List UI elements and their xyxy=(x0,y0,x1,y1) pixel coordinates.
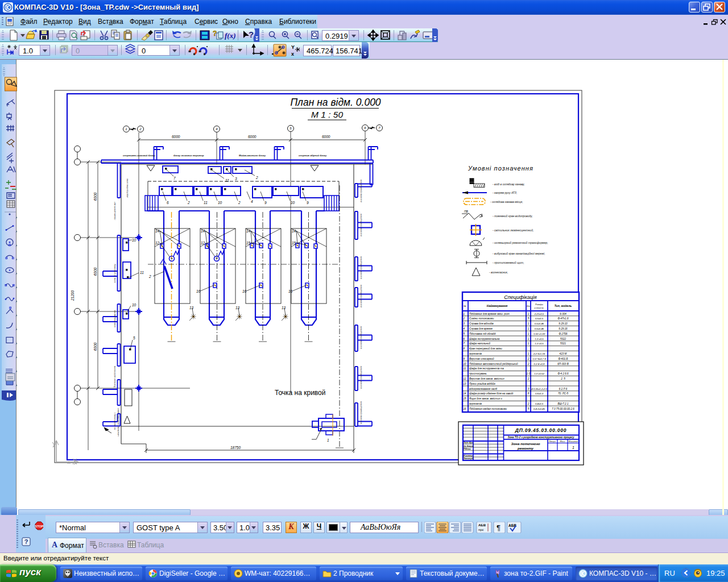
svg-text:Н.контр.: Н.контр. xyxy=(464,455,473,457)
svg-text:5: 5 xyxy=(464,332,465,335)
svg-text:6000: 6000 xyxy=(93,342,97,351)
svg-text:12: 12 xyxy=(201,241,205,245)
svg-text:Ф-4.2.6.6: Ф-4.2.6.6 xyxy=(557,372,569,375)
svg-text:Ящик для занов. вмістил з: Ящик для занов. вмістил з xyxy=(469,397,503,400)
svg-text:спортивно-зимовий блоку: спортивно-зимовий блоку xyxy=(123,154,155,157)
svg-text:- вхід в оглядову канаву,: - вхід в оглядову канаву, xyxy=(493,182,525,186)
svg-text:зона очікування: зона очікування xyxy=(113,310,116,328)
svg-text:7: 7 xyxy=(173,176,176,180)
svg-text:2: 2 xyxy=(527,357,530,360)
svg-text:Шафа напольний: Шафа напольний xyxy=(469,342,491,345)
svg-text:4: 4 xyxy=(251,199,253,203)
svg-text:¶: ¶ xyxy=(497,523,500,532)
svg-text:пристосувань: пристосувань xyxy=(469,372,487,375)
svg-text:5: 5 xyxy=(133,336,135,340)
svg-text:11: 11 xyxy=(225,178,229,182)
svg-text:Умовні позначення: Умовні позначення xyxy=(468,165,533,172)
svg-text:висота приміщення: висота приміщення xyxy=(359,214,362,236)
svg-text:Специфікація: Специфікація xyxy=(504,294,537,300)
svg-text:Підйомник для вряння зміш. ро: Підйомник для вряння зміш. розч xyxy=(469,312,510,315)
svg-text:Підставка під обладд: Підставка під обладд xyxy=(469,332,496,335)
svg-text:6 2.Л 6: 6 2.Л 6 xyxy=(559,388,568,390)
svg-text:12: 12 xyxy=(155,241,160,245)
svg-text:План на відм. 0.000: План на відм. 0.000 xyxy=(290,97,380,108)
svg-text:8: 8 xyxy=(464,347,465,350)
svg-text:21200: 21200 xyxy=(71,290,75,301)
svg-text:9.29.10: 9.29.10 xyxy=(559,322,568,325)
svg-text:2: 2 xyxy=(238,201,241,205)
svg-text:?: ? xyxy=(249,30,254,39)
svg-text:М 1 : 50: М 1 : 50 xyxy=(311,110,343,119)
svg-text:2: 2 xyxy=(527,377,530,380)
svg-text:приміщення зал: приміщення зал xyxy=(113,202,116,220)
svg-text:Точка на кривой: Точка на кривой xyxy=(275,389,325,397)
svg-text:15: 15 xyxy=(292,241,296,245)
svg-text:1: 1 xyxy=(125,127,127,131)
svg-text:- оглядова канава-місце,: - оглядова канава-місце, xyxy=(490,200,523,203)
svg-text:STOP: STOP xyxy=(35,525,43,528)
svg-text:Ф-47х1,6: Ф-47х1,6 xyxy=(558,317,569,320)
svg-text:3: 3 xyxy=(235,177,237,181)
svg-text:ремонту: ремонту xyxy=(517,446,534,450)
svg-text:10: 10 xyxy=(464,363,467,365)
svg-text:13: 13 xyxy=(282,306,286,310)
svg-text:Кіл: Кіл xyxy=(527,305,530,307)
svg-text:- напрям руху АТЗ,: - напрям руху АТЗ, xyxy=(493,191,517,194)
svg-text:14: 14 xyxy=(246,229,251,233)
svg-text:ДП.09.45.03.00.000: ДП.09.45.03.00.000 xyxy=(515,427,566,433)
svg-text:гардеробна зона: гардеробна зона xyxy=(126,178,129,198)
svg-text:2,2 9х1,16: 2,2 9х1,16 xyxy=(533,352,545,355)
svg-text:7: 7 xyxy=(464,342,465,345)
svg-text:Ф-401.Б: Ф-401.Б xyxy=(558,357,568,360)
svg-text:6П-303 В: 6П-303 В xyxy=(557,363,568,365)
svg-text:4 0,05х1,2-2 0: 4 0,05х1,2-2 0 xyxy=(531,388,547,390)
svg-text:Розміри: Розміри xyxy=(535,304,544,306)
svg-text:6000: 6000 xyxy=(172,135,180,139)
svg-text:8: 8 xyxy=(528,392,530,395)
svg-text:зона до ремонту: зона до ремонту xyxy=(113,263,116,283)
svg-text:№: № xyxy=(464,305,466,307)
svg-text:відокремлювання засіб: відокремлювання засіб xyxy=(469,388,498,390)
svg-text:Справа для відходів: Справа для відходів xyxy=(469,322,494,325)
svg-text:4: 4 xyxy=(464,327,465,330)
svg-text:Підпис: Підпис xyxy=(464,448,471,450)
svg-text:Шафа-розмір обмінне біля на за: Шафа-розмір обмінне біля на заводі xyxy=(469,392,514,395)
svg-text:1: 1 xyxy=(464,313,465,315)
svg-text:16: 16 xyxy=(242,289,247,293)
svg-text:0,4 2х0,45: 0,4 2х0,45 xyxy=(533,408,545,410)
svg-text:6000: 6000 xyxy=(93,192,97,201)
svg-text:1: 1 xyxy=(327,438,329,442)
svg-text:Зона ТО-2 з розробкою конструк: Зона ТО-2 з розробкою конструктивного пр… xyxy=(507,435,574,439)
svg-text:1,57 6х0,7 8: 1,57 6х0,7 8 xyxy=(532,357,546,360)
svg-text:1: 1 xyxy=(528,313,530,315)
svg-text:спортив збірний блоку: спортив збірний блоку xyxy=(299,154,327,157)
svg-text:висота приміщення: висота приміщення xyxy=(359,256,362,279)
svg-text:13: 13 xyxy=(235,306,240,310)
svg-text:1,0 х0,5: 1,0 х0,5 xyxy=(535,338,544,340)
svg-text:прс: прс xyxy=(478,528,484,531)
svg-text:Технічне відділення: Технічне відділення xyxy=(113,365,116,388)
svg-text:?: ? xyxy=(24,538,28,545)
svg-text:1: 1 xyxy=(528,322,530,325)
svg-text:14: 14 xyxy=(292,229,296,233)
svg-text:13: 13 xyxy=(189,306,194,310)
svg-text:16: 16 xyxy=(464,408,467,410)
svg-text:Зона поточного: Зона поточного xyxy=(511,442,540,446)
svg-text:2. 5: 2. 5 xyxy=(560,377,565,380)
svg-text:2: 2 xyxy=(255,176,258,180)
svg-text:Найменування: Найменування xyxy=(487,304,508,307)
svg-text:Верстак слюсарний: Верстак слюсарний xyxy=(469,357,494,360)
svg-text:Тип, модель: Тип, модель xyxy=(555,304,572,307)
svg-text:16: 16 xyxy=(196,289,201,293)
svg-text:1: 1 xyxy=(572,446,574,450)
svg-text:1: 1 xyxy=(528,332,530,335)
svg-text:1,50 х1,00: 1,50 х1,00 xyxy=(533,332,545,335)
svg-text:1: 1 xyxy=(528,338,530,340)
svg-text:Шафа інструментальна: Шафа інструментальна xyxy=(469,338,500,340)
svg-text:Справа для вряння: Справа для вряння xyxy=(469,327,493,330)
svg-text:ПВ: ПВ xyxy=(464,210,469,213)
svg-text:1: 1 xyxy=(528,342,530,345)
svg-text:2: 2 xyxy=(148,275,151,278)
svg-text:14: 14 xyxy=(155,229,160,233)
svg-text:70 .ЛС-5: 70 .ЛС-5 xyxy=(558,392,569,395)
